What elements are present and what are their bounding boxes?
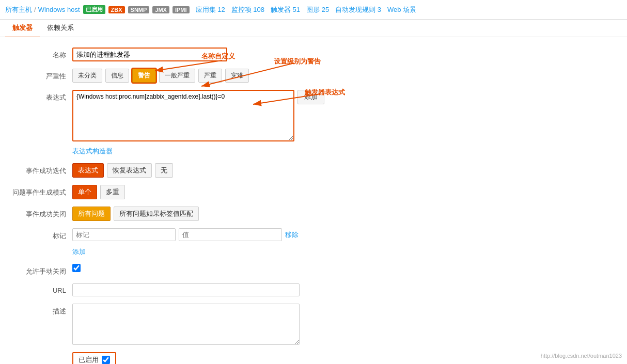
description-label: 描述 bbox=[10, 304, 72, 316]
enabled-wrap: 已启用 bbox=[72, 352, 617, 364]
tag-name-input[interactable] bbox=[72, 228, 176, 241]
severity-average[interactable]: 一般严重 bbox=[159, 69, 195, 83]
success-close-label: 事件成功关闭 bbox=[10, 207, 72, 219]
tag-value-input[interactable] bbox=[179, 228, 282, 241]
all-hosts-link[interactable]: 所有主机 bbox=[5, 5, 32, 14]
url-label: URL bbox=[10, 283, 72, 294]
tab-bar: 触发器 依赖关系 bbox=[0, 20, 627, 37]
watermark: http://blog.csdn.net/outman1023 bbox=[541, 353, 622, 359]
description-row: 描述 bbox=[10, 304, 617, 345]
nav-link-discovery[interactable]: 自动发现规则 3 bbox=[335, 5, 381, 14]
breadcrumb: 所有主机 / Windows host bbox=[5, 5, 80, 14]
ipmi-badge[interactable]: IPMI bbox=[173, 6, 190, 13]
severity-high[interactable]: 严重 bbox=[198, 69, 222, 83]
nav-links: 应用集 12 监控项 108 触发器 51 图形 25 自动发现规则 3 Web… bbox=[196, 5, 417, 14]
enabled-box: 已启用 bbox=[72, 352, 116, 364]
tags-wrap: 移除 添加 bbox=[72, 228, 617, 257]
tags-label: 标记 bbox=[10, 228, 72, 241]
problem-event-row: 问题事件生成模式 单个 多重 bbox=[10, 185, 617, 199]
description-wrap bbox=[72, 304, 617, 345]
tag-remove-link[interactable]: 移除 bbox=[285, 230, 299, 240]
status-badge: 已启用 bbox=[83, 5, 105, 14]
url-input[interactable] bbox=[72, 283, 300, 296]
success-event-wrap: 表达式 恢复表达式 无 bbox=[72, 163, 617, 178]
success-close-all-btn[interactable]: 所有问题 bbox=[72, 207, 111, 221]
tag-add-link[interactable]: 添加 bbox=[72, 247, 86, 257]
host-name-link[interactable]: Windows host bbox=[38, 6, 80, 13]
expr-builder-link[interactable]: 表达式构造器 bbox=[72, 147, 113, 156]
success-event-label: 事件成功迭代 bbox=[10, 163, 72, 176]
tags-row: 标记 移除 添加 bbox=[10, 228, 617, 257]
success-close-tag-btn[interactable]: 所有问题如果标签值匹配 bbox=[114, 207, 199, 221]
breadcrumb-separator: / bbox=[34, 6, 36, 13]
problem-event-multiple-btn[interactable]: 多重 bbox=[100, 185, 125, 199]
allow-manual-close-wrap bbox=[72, 264, 617, 272]
expression-control-wrap: {Windows host:proc.num[zabbix_agentd.exe… bbox=[72, 90, 617, 156]
severity-control-wrap: 未分类 信息 警告 一般严重 严重 灾难 bbox=[72, 69, 617, 83]
severity-info[interactable]: 信息 bbox=[105, 69, 129, 83]
name-control-wrap bbox=[72, 48, 617, 61]
name-row: 名称 bbox=[10, 48, 617, 61]
success-close-wrap: 所有问题 所有问题如果标签值匹配 bbox=[72, 207, 617, 221]
success-close-row: 事件成功关闭 所有问题 所有问题如果标签值匹配 bbox=[10, 207, 617, 221]
expression-textarea[interactable]: {Windows host:proc.num[zabbix_agentd.exe… bbox=[72, 90, 294, 141]
severity-unclassified[interactable]: 未分类 bbox=[72, 69, 102, 83]
add-expression-button[interactable]: 添加 bbox=[297, 90, 324, 104]
allow-manual-close-checkbox[interactable] bbox=[72, 264, 81, 272]
severity-disaster[interactable]: 灾难 bbox=[225, 69, 249, 83]
severity-row: 严重性 未分类 信息 警告 一般严重 严重 灾难 bbox=[10, 69, 617, 83]
name-input[interactable] bbox=[72, 48, 227, 61]
tab-triggers[interactable]: 触发器 bbox=[5, 19, 40, 38]
severity-label: 严重性 bbox=[10, 69, 72, 81]
snmp-badge[interactable]: SNMP bbox=[128, 6, 150, 13]
zbx-badge[interactable]: ZBX bbox=[108, 6, 125, 13]
name-label: 名称 bbox=[10, 48, 72, 60]
url-row: URL bbox=[10, 283, 617, 296]
url-wrap bbox=[72, 283, 617, 296]
problem-event-single-btn[interactable]: 单个 bbox=[72, 185, 97, 199]
nav-link-monitors[interactable]: 监控项 108 bbox=[231, 5, 264, 14]
nav-link-web[interactable]: Web 场景 bbox=[387, 5, 416, 14]
nav-link-graphs[interactable]: 图形 25 bbox=[306, 5, 329, 14]
success-event-expr-btn[interactable]: 表达式 bbox=[72, 163, 104, 178]
allow-manual-close-label: 允许手动关闭 bbox=[10, 264, 72, 276]
description-textarea[interactable] bbox=[72, 304, 300, 345]
expression-label: 表达式 bbox=[10, 90, 72, 102]
main-content: 名称自定义 设置级别为警告 触发器表达式 名称 bbox=[0, 37, 627, 364]
expression-row: 表达式 {Windows host:proc.num[zabbix_agentd… bbox=[10, 90, 617, 156]
success-event-row: 事件成功迭代 表达式 恢复表达式 无 bbox=[10, 163, 617, 178]
enabled-row: 已启用 bbox=[10, 352, 617, 364]
top-nav: 所有主机 / Windows host 已启用 ZBX SNMP JMX IPM… bbox=[0, 0, 627, 20]
tab-dependencies[interactable]: 依赖关系 bbox=[40, 19, 81, 38]
jmx-badge[interactable]: JMX bbox=[152, 6, 169, 13]
nav-link-triggers[interactable]: 触发器 51 bbox=[271, 5, 300, 14]
success-event-none-btn[interactable]: 无 bbox=[155, 163, 173, 178]
problem-event-label: 问题事件生成模式 bbox=[10, 185, 72, 197]
enabled-checkbox[interactable] bbox=[102, 356, 110, 364]
tag-input-row: 移除 bbox=[72, 228, 299, 241]
enabled-label-spacer bbox=[10, 352, 72, 355]
allow-manual-close-row: 允许手动关闭 bbox=[10, 264, 617, 276]
enabled-text: 已启用 bbox=[79, 355, 99, 364]
success-event-recovery-btn[interactable]: 恢复表达式 bbox=[107, 163, 152, 178]
severity-warning[interactable]: 警告 bbox=[132, 69, 156, 83]
problem-event-wrap: 单个 多重 bbox=[72, 185, 617, 199]
nav-link-appsets[interactable]: 应用集 12 bbox=[196, 5, 225, 14]
